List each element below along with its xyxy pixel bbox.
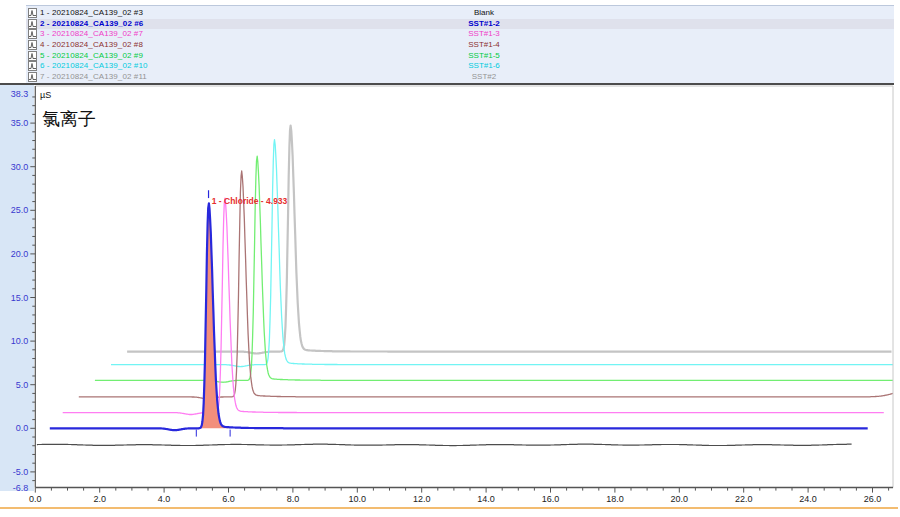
injection-name: 4 - 20210824_CA139_02 #8 <box>40 40 143 50</box>
x-tick-label: 12.0 <box>413 494 431 504</box>
injection-name: 3 - 20210824_CA139_02 #7 <box>40 29 143 39</box>
x-tick-label: 6.0 <box>222 494 235 504</box>
y-tick-label: 5.0 <box>16 380 29 390</box>
injection-legend-row[interactable]: 1 - 20210824_CA139_02 #3 Blank <box>26 8 894 19</box>
y-tick-label: 35.0 <box>11 118 29 128</box>
x-tick-label: 8.0 <box>287 494 300 504</box>
injection-legend-row[interactable]: 6 - 20210824_CA139_02 #10 SST#1-6 <box>26 61 894 72</box>
y-unit-label: µS <box>40 90 51 100</box>
y-min-label: -6.8 <box>13 483 29 493</box>
x-tick-label: 10.0 <box>349 494 367 504</box>
chromatography-overlay-window: 1 - 20210824_CA139_02 #3 Blank 2 - 20210… <box>0 0 900 517</box>
y-tick-label: 25.0 <box>11 205 29 215</box>
injection-legend-row[interactable]: 4 - 20210824_CA139_02 #8 SST#1-4 <box>26 40 894 51</box>
injection-name: 5 - 20210824_CA139_02 #9 <box>40 51 143 61</box>
chromatogram-icon <box>28 51 37 61</box>
chromatogram-plot[interactable]: -5.00.05.010.015.020.025.030.035.038.3-6… <box>0 85 900 517</box>
chromatogram-icon <box>28 8 37 18</box>
injection-legend-panel: 1 - 20210824_CA139_02 #3 Blank 2 - 20210… <box>26 5 894 83</box>
chromatogram-icon <box>28 19 37 29</box>
x-tick-label: 2.0 <box>93 494 106 504</box>
peak-annotation: 1 - Chloride - 4.933 <box>212 196 288 206</box>
injection-legend-row[interactable]: 5 - 20210824_CA139_02 #9 SST#1-5 <box>26 50 894 61</box>
x-tick-label: 20.0 <box>671 494 689 504</box>
injection-legend-row[interactable]: 3 - 20210824_CA139_02 #7 SST#1-3 <box>26 29 894 40</box>
x-tick-label: 26.0 <box>864 494 882 504</box>
injection-sst-label: SST#1-5 <box>416 51 552 61</box>
chromatogram-icon <box>28 40 37 50</box>
injection-name: 2 - 20210824_CA139_02 #6 <box>40 19 143 29</box>
injection-legend-row[interactable]: 2 - 20210824_CA139_02 #6 SST#1-2 <box>26 19 894 30</box>
chromatogram-icon <box>28 72 37 82</box>
x-tick-label: 22.0 <box>735 494 753 504</box>
y-max-label: 38.3 <box>11 89 29 99</box>
x-tick-label: 18.0 <box>606 494 624 504</box>
injection-sst-label: SST#1-6 <box>416 61 552 71</box>
x-tick-label: 24.0 <box>799 494 817 504</box>
injection-name: 6 - 20210824_CA139_02 #10 <box>40 61 147 71</box>
injection-name: 1 - 20210824_CA139_02 #3 <box>40 8 143 18</box>
y-tick-label: 30.0 <box>11 162 29 172</box>
x-tick-label: 16.0 <box>542 494 560 504</box>
injection-sst-label: SST#1-4 <box>416 40 552 50</box>
y-tick-label: 0.0 <box>16 423 29 433</box>
chromatogram-icon <box>28 29 37 39</box>
y-tick-label: 15.0 <box>11 293 29 303</box>
y-tick-label: 20.0 <box>11 249 29 259</box>
y-tick-label: -5.0 <box>13 467 29 477</box>
injection-sst-label: SST#2 <box>416 72 552 82</box>
injection-sst-label: SST#1-3 <box>416 29 552 39</box>
chromatogram-icon <box>28 61 37 71</box>
x-tick-label: 14.0 <box>477 494 495 504</box>
x-tick-label: 4.0 <box>158 494 171 504</box>
injection-name: 7 - 20210824_CA139_02 #11 <box>40 72 147 82</box>
injection-sst-label: Blank <box>416 8 552 18</box>
y-tick-label: 10.0 <box>11 336 29 346</box>
x-tick-label: 0.0 <box>29 494 42 504</box>
injection-sst-label: SST#1-2 <box>416 19 552 29</box>
chart-title: 氯离子 <box>42 109 96 129</box>
injection-legend-row[interactable]: 7 - 20210824_CA139_02 #11 SST#2 <box>26 72 894 83</box>
